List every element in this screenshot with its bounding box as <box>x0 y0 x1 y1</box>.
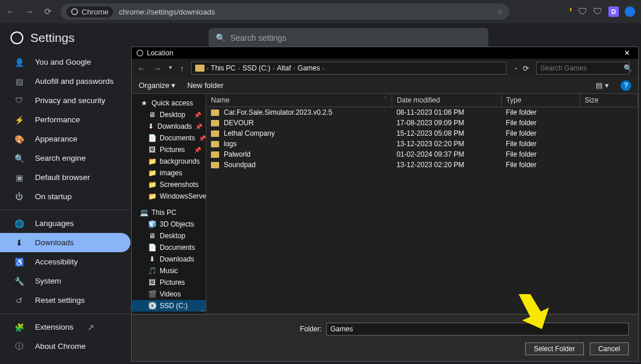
tree-item-icon: ★ <box>140 99 148 107</box>
sidebar-item-on-startup[interactable]: ⏻On startup <box>0 187 131 206</box>
tree-item-this-pc[interactable]: 💻This PC <box>132 207 206 218</box>
sidebar-item-performance[interactable]: ⚡Performance <box>0 110 131 129</box>
dialog-toolbar: Organize ▾ New folder ▤ ▾ ? <box>132 77 638 94</box>
tree-item-backgrounds[interactable]: 📁backgrounds <box>132 156 206 167</box>
tree-scroll-down-icon[interactable]: ⌄ <box>200 306 205 313</box>
search-settings-input[interactable]: 🔍 Search settings <box>209 28 488 48</box>
breadcrumb[interactable]: › This PC›SSD (C:)›Altaf›Games› <box>191 62 507 75</box>
close-icon[interactable]: ✕ <box>621 49 633 57</box>
sidebar-item-privacy-and-security[interactable]: 🛡Privacy and security <box>0 91 131 110</box>
organize-menu[interactable]: Organize ▾ <box>139 81 175 90</box>
ext-icon-3[interactable]: 🛡 <box>593 6 603 17</box>
profile-avatar-icon[interactable] <box>625 6 635 17</box>
ext-icon-2[interactable]: 🛡 <box>578 6 587 17</box>
sidebar-item-languages[interactable]: 🌐Languages <box>0 214 131 233</box>
tree-item-quick-access[interactable]: ★Quick access <box>132 97 206 109</box>
table-row[interactable]: Palworld01-02-2024 09:37 PMFile folder <box>206 149 638 160</box>
table-row[interactable]: Soundpad13-12-2023 02:20 PMFile folder <box>206 160 638 170</box>
bookmark-star-icon[interactable]: ☆ <box>496 8 503 16</box>
tree-item-music[interactable]: 🎵Music <box>132 265 206 277</box>
pin-icon: 📌 <box>194 112 201 118</box>
search-icon[interactable]: 🔍 <box>624 64 632 72</box>
tree-item-label: Desktop <box>160 111 185 119</box>
table-row[interactable]: Car.For.Sale.Simulator.2023.v0.2.508-11-… <box>206 107 638 118</box>
chevron-right-icon: › <box>238 65 240 72</box>
help-icon[interactable]: ? <box>621 80 631 91</box>
address-bar[interactable]: Chrome chrome://settings/downloads ☆ <box>61 3 509 20</box>
tree-item-documents[interactable]: 📄Documents📌 <box>132 132 206 144</box>
sidebar-item-appearance[interactable]: 🎨Appearance <box>0 129 131 149</box>
folder-icon <box>211 109 219 116</box>
tree-item-label: Quick access <box>152 99 193 107</box>
cancel-button[interactable]: Cancel <box>590 342 629 355</box>
tree-item-label: Downloads <box>160 255 194 263</box>
sidebar-item-downloads[interactable]: ⬇Downloads <box>0 233 131 252</box>
sidebar-item-label: Performance <box>35 115 80 124</box>
column-header-name[interactable]: Name ˄ <box>206 94 392 107</box>
tree-item-screenshots[interactable]: 📁Screenshots <box>132 179 206 190</box>
tree-item-documents[interactable]: 📄Documents <box>132 242 206 253</box>
tree-item-windowsserver[interactable]: 📁WindowsServer <box>132 190 206 202</box>
chevron-right-icon: › <box>273 65 274 72</box>
tree-item-label: SSD (C:) <box>160 302 188 310</box>
sidebar-item-label: Downloads <box>35 238 74 247</box>
breadcrumb-segment[interactable]: SSD (C:) <box>242 64 270 72</box>
tree-item-icon: ⬇ <box>148 255 156 263</box>
sidebar-item-default-browser[interactable]: ▣Default browser <box>0 168 131 187</box>
tree-item--d-objects[interactable]: 🧊3D Objects <box>132 218 206 230</box>
folder-picker-dialog: Location ✕ ← → ▾ ↑ › This PC›SSD (C:)›Al… <box>131 47 639 362</box>
sidebar-item-extensions[interactable]: 🧩Extensions↗ <box>0 317 131 337</box>
refresh-icon[interactable]: ⟳ <box>523 64 529 73</box>
sidebar-item-accessibility[interactable]: ♿Accessibility <box>0 252 131 271</box>
tree-item-desktop[interactable]: 🖥Desktop <box>132 230 206 242</box>
sidebar-item-system[interactable]: 🔧System <box>0 271 131 291</box>
tree-item-desktop[interactable]: 🖥Desktop📌 <box>132 109 206 121</box>
back-icon[interactable]: ← <box>6 6 15 17</box>
new-folder-button[interactable]: New folder <box>187 81 223 90</box>
column-header-size[interactable]: Size <box>580 94 638 107</box>
forward-icon[interactable]: → <box>25 6 34 17</box>
nav-recent-icon[interactable]: ▾ <box>169 64 172 73</box>
reload-icon[interactable]: ⟳ <box>44 6 52 17</box>
nav-up-icon[interactable]: ↑ <box>180 64 184 73</box>
select-folder-button[interactable]: Select Folder <box>525 342 584 355</box>
view-mode-button[interactable]: ▤ ▾ <box>596 81 609 90</box>
breadcrumb-segment[interactable]: Games <box>298 64 320 72</box>
dialog-search-input[interactable] <box>536 62 629 75</box>
tree-item-downloads[interactable]: ⬇Downloads📌 <box>132 121 206 132</box>
tree-item-pictures[interactable]: 🖼Pictures <box>132 277 206 288</box>
breadcrumb-dropdown-icon[interactable]: ⌄ <box>513 64 518 73</box>
table-row[interactable]: Lethal Company15-12-2023 05:08 PMFile fo… <box>206 128 638 139</box>
breadcrumb-segment[interactable]: Altaf <box>277 64 291 72</box>
sidebar-item-you-and-google[interactable]: 👤You and Google <box>0 52 131 72</box>
tree-item-label: backgrounds <box>160 157 200 165</box>
breadcrumb-segment[interactable]: This PC <box>211 64 236 72</box>
settings-sidebar: 👤You and Google▤Autofill and passwords🛡P… <box>0 52 131 356</box>
tree-item-icon: 📁 <box>148 192 156 200</box>
sidebar-item-search-engine[interactable]: 🔍Search engine <box>0 149 131 168</box>
sidebar-item-autofill-and-passwords[interactable]: ▤Autofill and passwords <box>0 72 131 91</box>
table-row[interactable]: logs13-12-2023 02:20 PMFile folder <box>206 139 638 149</box>
sidebar-icon: ↺ <box>14 296 24 305</box>
column-header-type[interactable]: Type <box>501 94 580 107</box>
table-row[interactable]: DEVOUR17-08-2023 09:09 PMFile folder <box>206 118 638 128</box>
folder-name-input[interactable] <box>326 323 629 335</box>
tree-item-downloads[interactable]: ⬇Downloads <box>132 253 206 265</box>
folder-icon <box>195 65 205 72</box>
tree-item-videos[interactable]: 🎬Videos <box>132 288 206 300</box>
dialog-bottom-bar: Folder: Select Folder Cancel <box>132 314 638 361</box>
tree-item-pictures[interactable]: 🖼Pictures📌 <box>132 144 206 156</box>
sidebar-item-about-chrome[interactable]: ⓘAbout Chrome <box>0 337 131 356</box>
tree-item-icon: 🎬 <box>148 290 156 298</box>
column-header-date-modified[interactable]: Date modified <box>392 94 501 107</box>
tree-item-label: WindowsServer <box>160 192 206 200</box>
ext-icon-4[interactable]: D <box>608 6 619 17</box>
sidebar-item-label: Accessibility <box>35 257 78 266</box>
tree-item-images[interactable]: 📁images <box>132 167 206 179</box>
tree-item-icon: 🖥 <box>148 111 156 119</box>
tree-item-ssd-c-[interactable]: 💽SSD (C:) <box>132 300 206 312</box>
ext-icon-1[interactable]: ❜ <box>569 6 572 17</box>
sidebar-item-reset-settings[interactable]: ↺Reset settings <box>0 291 131 310</box>
nav-back-icon[interactable]: ← <box>138 64 145 73</box>
nav-forward-icon[interactable]: → <box>153 64 161 73</box>
